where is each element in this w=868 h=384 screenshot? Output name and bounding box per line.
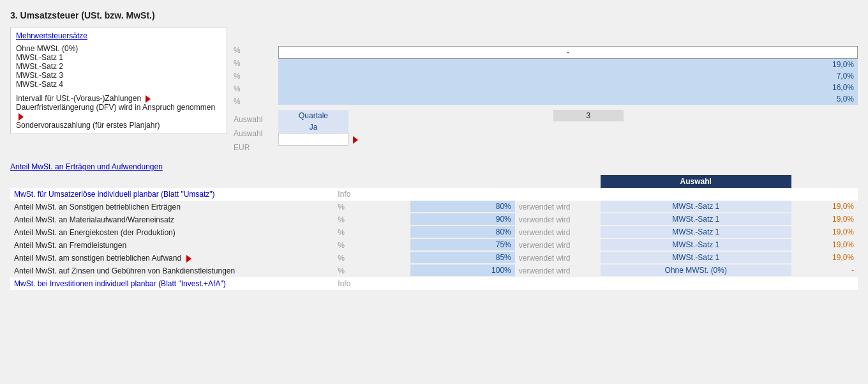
value-cell-2[interactable]: 7,0% [278,70,858,82]
row4-pct: 19,0% [791,239,858,252]
table-row: Anteil MwSt. am sonstigen betrieblichen … [10,252,858,265]
mwst-rates-table: Ohne MWSt. (0%) MWSt.-Satz 1 MWSt.-Satz … [16,44,221,89]
interval-table: Intervall für USt.-(Voraus-)Zahlungen Da… [16,94,221,130]
row5-unit: % [334,252,410,265]
row1-unit: % [334,201,410,213]
table-row: Anteil MwSt. an Fremdleistungen % 75% ve… [10,239,858,252]
row7-pct [791,277,858,290]
row5-pct: 19,0% [791,252,858,265]
row1-used: verwendet wird [515,201,601,213]
table-row: MwSt. bei Investitionen individuell plan… [10,277,858,290]
row0-unit: Info [334,188,410,201]
dfv-label: Dauerfristverlängerung (DFV) wird in Ans… [16,103,221,121]
row0-mwst [601,188,791,201]
units-col: % % % % % Auswahl Auswahl EUR [227,27,278,157]
row7-used [515,277,601,290]
row6-value[interactable]: 100% [410,265,515,277]
table-row: 7,0% [278,70,858,82]
rate-label-3: MWSt.-Satz 3 [16,71,221,80]
table-row: MWSt.-Satz 2 [16,62,221,71]
row7-value [410,277,515,290]
rate-label-2: MWSt.-Satz 2 [16,62,221,71]
row2-pct: 19,0% [791,213,858,226]
row5-mwst[interactable]: MWSt.-Satz 1 [601,252,791,265]
header-empty-pct [791,175,858,188]
row5-label: Anteil MwSt. am sonstigen betrieblichen … [10,252,334,265]
header-empty-label [10,175,334,188]
value-cell-3[interactable]: 16,0% [278,82,858,93]
row4-value[interactable]: 75% [410,239,515,252]
section-title: 3. Umsatzsteuer (USt. bzw. MwSt.) [10,10,858,20]
red-arrow-icon [146,95,151,103]
row1-value[interactable]: 80% [410,201,515,213]
interval-value1[interactable]: Quartale [278,110,548,121]
rate-label-1: MWSt.-Satz 1 [16,53,221,62]
table-row: 19,0% [278,59,858,70]
table-row: Sondervorauszahlung (für erstes Planjahr… [16,121,221,130]
unit-eur-sonder: EUR [234,143,278,157]
unit-auswahl-dfv: Auswahl [234,129,278,143]
row1-mwst[interactable]: MWSt.-Satz 1 [601,201,791,213]
row7-unit: Info [334,277,410,290]
interval-label: Intervall für USt.-(Voraus-)Zahlungen [16,94,221,103]
sonder-value[interactable] [278,133,548,146]
subsection2-table: Auswahl MwSt. für Umsatzerlöse individue… [10,175,858,290]
red-arrow-icon [186,255,191,263]
table-row: Dauerfristverlängerung (DFV) wird in Ans… [16,103,221,121]
row0-label: MwSt. für Umsatzerlöse individuell planb… [10,188,334,201]
table-row: Ja [278,121,858,133]
subsection1-table: Mehrwertsteuersätze Ohne MWSt. (0%) MWSt… [10,27,858,157]
row3-mwst[interactable]: MWSt.-Satz 1 [601,226,791,239]
value-cell-0[interactable]: - [278,46,858,59]
subsection2-container: Anteil MwSt. an Erträgen und Aufwendunge… [10,162,858,290]
row6-pct: - [791,265,858,277]
row4-label: Anteil MwSt. an Fremdleistungen [10,239,334,252]
red-arrow-icon [19,113,24,121]
unit-cell: % [234,59,278,72]
unit-cell: % [234,84,278,97]
subsection1-block: Mehrwertsteuersätze Ohne MWSt. (0%) MWSt… [10,27,227,134]
row2-used: verwendet wird [515,213,601,226]
value-cell-1[interactable]: 19,0% [278,59,858,70]
table-row: Quartale 3 [278,110,858,121]
row3-value[interactable]: 80% [410,226,515,239]
values-col: - 19,0% 7,0% 1 [278,27,858,157]
unit-cell: % [234,46,278,59]
row4-mwst[interactable]: MWSt.-Satz 1 [601,239,791,252]
row7-mwst [601,277,791,290]
row4-unit: % [334,239,410,252]
sonder-label: Sondervorauszahlung (für erstes Planjahr… [16,121,221,130]
row6-label: Anteil MwSt. auf Zinsen und Gebühren von… [10,265,334,277]
table-row: - [278,46,858,59]
unit-cell: % [234,97,278,110]
table-row: Anteil MwSt. an Energiekosten (der Produ… [10,226,858,239]
red-arrow-icon [353,136,358,144]
rate-label-0: Ohne MWSt. (0%) [16,44,221,53]
table-row: Anteil MwSt. auf Zinsen und Gebühren von… [10,265,858,277]
row2-mwst[interactable]: MWSt.-Satz 1 [601,213,791,226]
row3-label: Anteil MwSt. an Energiekosten (der Produ… [10,226,334,239]
subsection2-header-row: Auswahl [10,175,858,188]
value-cell-4[interactable]: 5,0% [278,93,858,105]
row0-pct [791,188,858,201]
unit-auswahl-interval: Auswahl [234,115,278,129]
row1-pct: 19,0% [791,201,858,213]
row7-label: MwSt. bei Investitionen individuell plan… [10,277,334,290]
row1-label: Anteil MwSt. an Sonstigen betrieblichen … [10,201,334,213]
header-empty-value [410,175,515,188]
row6-unit: % [334,265,410,277]
row5-value[interactable]: 85% [410,252,515,265]
table-row: Ohne MWSt. (0%) [16,44,221,53]
row0-value [410,188,515,201]
row6-mwst[interactable]: Ohne MWSt. (0%) [601,265,791,277]
interval-value2[interactable]: 3 [553,110,823,121]
header-auswahl[interactable]: Auswahl [601,175,791,188]
row3-used: verwendet wird [515,226,601,239]
table-row [278,133,858,146]
row2-value[interactable]: 90% [410,213,515,226]
dfv-value[interactable]: Ja [278,121,548,133]
table-row: MWSt.-Satz 1 [16,53,221,62]
table-row: Anteil MwSt. an Sonstigen betrieblichen … [10,201,858,213]
table-row: MWSt.-Satz 4 [16,80,221,89]
row3-pct: 19,0% [791,226,858,239]
